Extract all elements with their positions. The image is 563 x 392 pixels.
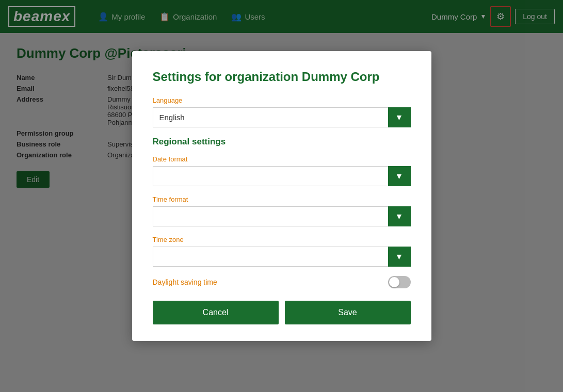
timezone-label: Time zone	[153, 236, 411, 243]
toggle-knob	[389, 277, 399, 287]
date-format-label: Date format	[153, 155, 411, 163]
time-format-group: Time format ▼	[153, 195, 411, 226]
modal-footer: Cancel Save	[153, 301, 411, 324]
date-format-chevron-icon: ▼	[395, 172, 404, 181]
dst-toggle[interactable]	[388, 276, 411, 288]
timezone-select-arrow[interactable]: ▼	[388, 247, 411, 267]
timezone-select[interactable]	[153, 247, 388, 267]
regional-section: Regional settings Date format ▼ Time for…	[153, 137, 411, 288]
language-select-wrapper: English ▼	[153, 107, 411, 127]
language-group: Language English ▼	[153, 96, 411, 127]
settings-modal: Settings for organization Dummy Corp Lan…	[132, 51, 431, 341]
cancel-button[interactable]: Cancel	[153, 301, 279, 324]
date-format-select-arrow[interactable]: ▼	[388, 166, 411, 186]
time-format-select[interactable]	[153, 206, 388, 226]
time-format-select-arrow[interactable]: ▼	[388, 206, 411, 226]
timezone-select-wrapper: ▼	[153, 247, 411, 267]
modal-title: Settings for organization Dummy Corp	[153, 70, 411, 84]
timezone-chevron-icon: ▼	[395, 252, 404, 262]
regional-title: Regional settings	[153, 137, 411, 147]
language-select[interactable]: English	[153, 107, 388, 127]
time-format-label: Time format	[153, 195, 411, 203]
date-format-group: Date format ▼	[153, 155, 411, 186]
date-format-select-wrapper: ▼	[153, 166, 411, 186]
language-select-arrow[interactable]: ▼	[388, 107, 411, 127]
language-label: Language	[153, 96, 411, 104]
language-chevron-icon: ▼	[395, 113, 404, 122]
modal-overlay: Settings for organization Dummy Corp Lan…	[0, 0, 563, 392]
time-format-select-wrapper: ▼	[153, 206, 411, 226]
dst-label: Daylight saving time	[153, 278, 217, 286]
dst-row: Daylight saving time	[153, 276, 411, 288]
time-format-chevron-icon: ▼	[395, 212, 404, 221]
timezone-group: Time zone ▼	[153, 236, 411, 267]
date-format-select[interactable]	[153, 166, 388, 186]
save-button[interactable]: Save	[285, 301, 411, 324]
